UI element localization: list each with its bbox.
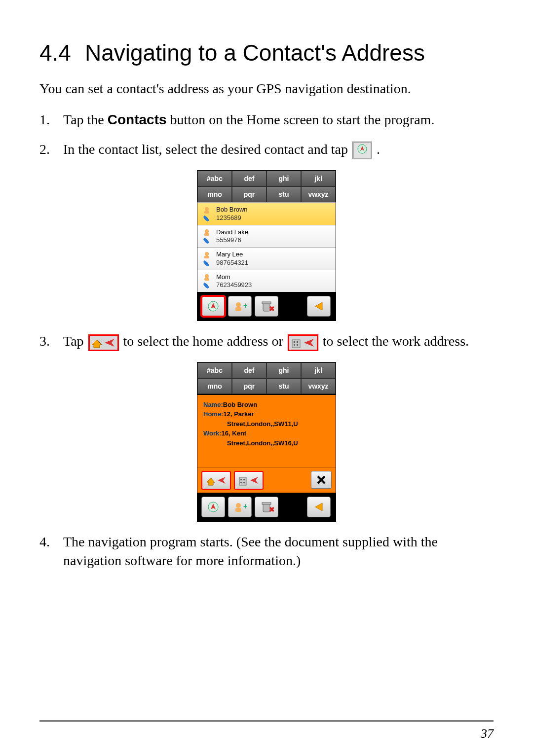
svg-text:+: + [243, 502, 247, 510]
phone-icon [203, 237, 211, 244]
abc-tab[interactable]: pqr [232, 186, 266, 202]
svg-marker-29 [218, 477, 226, 484]
svg-text:✖: ✖ [269, 505, 274, 513]
add-contact-button[interactable]: + [228, 497, 252, 517]
contact-row[interactable]: Mary Lee987654321 [197, 247, 336, 270]
step-number: 2. [39, 140, 63, 160]
navigate-button[interactable] [201, 497, 225, 517]
section-title: Navigating to a Contact's Address [85, 40, 425, 66]
svg-rect-23 [294, 341, 295, 343]
step-1-text: Tap the Contacts button on the Home scre… [63, 110, 494, 129]
abc-tab[interactable]: mno [197, 186, 232, 202]
contact-row[interactable]: Bob Brown1235689 [197, 202, 336, 225]
phone-icon [203, 215, 211, 221]
navigate-icon [352, 142, 372, 159]
svg-rect-8 [204, 256, 209, 258]
abc-tab[interactable]: vwxyz [301, 378, 336, 394]
person-icon [203, 207, 211, 214]
svg-rect-33 [240, 482, 242, 483]
svg-marker-27 [304, 339, 314, 347]
svg-rect-25 [294, 344, 295, 346]
svg-marker-46 [315, 503, 322, 511]
svg-point-40 [236, 503, 241, 508]
back-button[interactable] [307, 296, 331, 317]
svg-text:+: + [243, 301, 247, 310]
contact-row[interactable]: David Lake5559976 [197, 225, 336, 248]
svg-marker-35 [250, 477, 258, 484]
abc-tab[interactable]: vwxyz [301, 186, 336, 202]
step-3-text: Tap to select the home address or to sel… [63, 332, 494, 351]
navigate-work-icon [288, 334, 318, 351]
svg-rect-6 [204, 233, 209, 236]
svg-rect-24 [297, 341, 298, 343]
svg-rect-22 [292, 340, 300, 348]
delete-contact-button[interactable]: ✖ [255, 497, 278, 517]
step-4-text: The navigation program starts. (See the … [63, 533, 494, 570]
person-icon [203, 252, 211, 258]
svg-marker-21 [105, 339, 114, 347]
step-2-text: In the contact list, select the desired … [63, 140, 494, 160]
svg-rect-32 [243, 479, 245, 480]
svg-point-5 [205, 229, 209, 233]
device-screenshot-contact-list: #abc def ghi jkl mno pqr stu vwxyz Bob B… [197, 170, 336, 321]
step-number: 3. [39, 332, 63, 351]
svg-marker-20 [92, 340, 102, 348]
page-number: 37 [481, 726, 494, 741]
svg-point-13 [236, 302, 241, 307]
abc-tab[interactable]: ghi [266, 171, 301, 186]
svg-marker-19 [315, 302, 322, 310]
navigate-work-button[interactable] [234, 471, 264, 490]
contact-detail-card: Name:Bob Brown Home:12, Parker Street,Lo… [197, 394, 336, 468]
abc-tab[interactable]: def [232, 362, 266, 378]
abc-tab[interactable]: def [232, 171, 266, 186]
svg-rect-44 [262, 503, 271, 504]
person-icon [203, 274, 211, 281]
svg-rect-31 [240, 479, 242, 480]
device-screenshot-contact-detail: #abc def ghi jkl mno pqr stu vwxyz Name:… [197, 362, 336, 522]
svg-rect-30 [239, 477, 246, 485]
abc-tab[interactable]: jkl [301, 362, 336, 378]
abc-tab[interactable]: #abc [197, 171, 232, 186]
abc-tab[interactable]: ghi [266, 362, 301, 378]
person-icon [203, 229, 211, 236]
svg-marker-28 [207, 478, 215, 485]
svg-rect-14 [235, 307, 241, 311]
abc-tab[interactable]: jkl [301, 171, 336, 186]
navigate-button[interactable] [201, 296, 225, 317]
abc-tab[interactable]: stu [266, 378, 301, 394]
close-detail-button[interactable] [311, 471, 332, 489]
add-contact-button[interactable]: + [228, 296, 252, 317]
abc-tab[interactable]: mno [197, 378, 232, 394]
back-button[interactable] [307, 497, 331, 517]
footer-rule [39, 720, 494, 721]
abc-tab[interactable]: #abc [197, 362, 232, 378]
navigate-home-button[interactable] [201, 471, 231, 490]
svg-point-3 [205, 207, 209, 211]
phone-icon [203, 259, 211, 266]
svg-rect-17 [262, 302, 271, 304]
svg-rect-4 [204, 211, 209, 214]
abc-tab[interactable]: stu [266, 186, 301, 202]
step-number: 4. [39, 533, 63, 570]
abc-tab[interactable]: pqr [232, 378, 266, 394]
section-number: 4.4 [39, 39, 71, 66]
delete-contact-button[interactable]: ✖ [255, 296, 278, 317]
svg-rect-34 [243, 482, 245, 483]
intro-text: You can set a contact's address as your … [39, 81, 494, 97]
navigate-home-icon [88, 334, 119, 351]
svg-rect-26 [297, 344, 298, 346]
svg-point-9 [205, 274, 209, 278]
contact-row[interactable]: Mom7623459923 [197, 270, 336, 292]
step-number: 1. [39, 110, 63, 129]
svg-rect-41 [235, 508, 241, 512]
svg-point-7 [205, 252, 209, 256]
svg-rect-10 [204, 278, 209, 281]
svg-text:✖: ✖ [269, 305, 274, 313]
section-heading: 4.4Navigating to a Contact's Address [39, 39, 494, 66]
phone-icon [203, 282, 211, 288]
